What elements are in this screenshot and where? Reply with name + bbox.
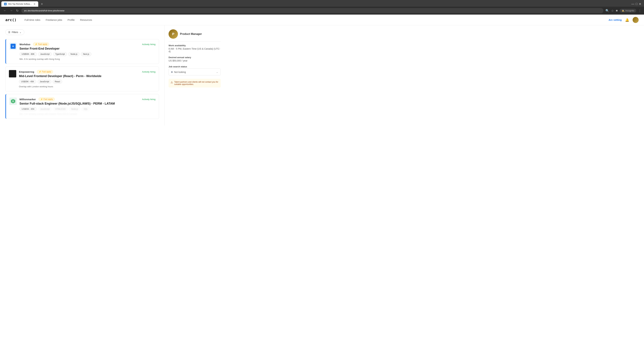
- empowerreg-fast-apply-badge: ⚡ Fast apply: [37, 70, 53, 73]
- forward-button[interactable]: →: [9, 8, 14, 13]
- millionmarker-card-header: Millionmarker ⚡ Fast apply Actively hiri…: [20, 97, 156, 101]
- millionmarker-company-name: Millionmarker: [20, 98, 36, 101]
- filters-chevron-icon: ⌄: [20, 31, 22, 33]
- new-tab-button[interactable]: +: [39, 1, 45, 7]
- fast-apply-icon: ⚡: [35, 43, 38, 45]
- address-bar: ← → ↻ 🔍 ☆ ■ 🕵 Incognito ⋮: [0, 7, 644, 14]
- nav-right: Arc vetting 🔔: [608, 17, 639, 23]
- salary-value: US $50,000 / year: [168, 59, 221, 62]
- dropdown-arrow-icon: ⌄: [216, 70, 218, 73]
- work-availability-value: 8 AM - 5 PM, Eastern Time (US & Canada) …: [168, 47, 221, 53]
- user-avatar[interactable]: [632, 17, 639, 23]
- empowerreg-tag-2: React: [53, 80, 62, 84]
- warning-icon: ⚠: [170, 81, 173, 84]
- logo[interactable]: arc(): [5, 18, 16, 22]
- jobs-panel: ☰ Filters ⌄ W Workduo ⚡ Fas: [0, 25, 164, 125]
- close-window-button[interactable]: ✕: [639, 2, 641, 6]
- workduo-company-row: Workduo ⚡ Fast apply: [20, 42, 49, 46]
- sidebar-work-availability: Work availability 8 AM - 5 PM, Eastern T…: [168, 44, 221, 53]
- fast-apply-icon-3: ⚡: [40, 98, 43, 100]
- sidebar-salary: Desired annual salary US $50,000 / year: [168, 56, 221, 62]
- bookmark-icon[interactable]: ☆: [611, 9, 614, 12]
- warning-box: ⚠ Talent partners and clients will not c…: [168, 79, 221, 87]
- job-card-workduo[interactable]: W Workduo ⚡ Fast apply Actively hiring: [5, 39, 159, 64]
- sidebar-role-title: Product Manager: [180, 32, 202, 35]
- notifications-icon[interactable]: 🔔: [625, 18, 629, 22]
- job-search-label: Job search status: [168, 65, 221, 68]
- menu-icon[interactable]: ⋮: [638, 9, 641, 12]
- tab-favicon: a: [4, 3, 7, 5]
- main-nav: arc() Full-time roles Freelance jobs Pro…: [0, 14, 644, 25]
- empowerreg-company-row: Empowerreg ⚡ Fast apply: [19, 70, 53, 73]
- job-status-dot: [171, 71, 173, 73]
- millionmarker-fast-apply-badge: ⚡ Fast apply: [38, 97, 55, 101]
- workduo-job-title: Senior Front-End Developer: [20, 47, 156, 50]
- job-status-label: Not looking: [174, 71, 216, 73]
- empowerreg-card-content: Empowerreg ⚡ Fast apply Actively hiring …: [19, 70, 156, 88]
- job-status-dropdown[interactable]: Not looking ⌄: [168, 68, 221, 75]
- workduo-tag-2: TypeScript: [53, 52, 67, 56]
- blur-overlay: [6, 106, 159, 119]
- main-layout: ☰ Filters ⌄ W Workduo ⚡ Fas: [0, 25, 644, 125]
- filters-button[interactable]: ☰ Filters ⌄: [5, 29, 24, 35]
- nav-freelance-jobs[interactable]: Freelance jobs: [46, 15, 62, 25]
- empowerreg-job-tags: US$35K - 45K JavaScript React: [19, 80, 156, 84]
- workduo-overlap: Min. 6 hr working overlap with Hong Kong: [20, 58, 156, 60]
- empowerreg-card-header: Empowerreg ⚡ Fast apply Actively hiring: [19, 70, 156, 73]
- empowerreg-job-title: Mid-Level Frontend Developer (React) - P…: [19, 74, 156, 78]
- sidebar-role: Product Manager: [180, 32, 202, 35]
- empowerreg-company-name: Empowerreg: [19, 70, 34, 73]
- empowerreg-hiring-status: Actively hiring: [142, 70, 156, 73]
- nav-resources[interactable]: Resources: [80, 15, 92, 25]
- incognito-label: Incognito: [626, 9, 634, 12]
- nav-links: Full-time roles Freelance jobs Profile R…: [24, 15, 608, 25]
- tab-bar: a Hire Top Remote Software Dev... ✕ + — …: [0, 0, 644, 7]
- warning-text: Talent partners and clients will not con…: [174, 81, 219, 85]
- empowerreg-overlap: Overlap with London working hours: [19, 85, 156, 88]
- minimize-button[interactable]: —: [631, 2, 634, 6]
- extensions-icon[interactable]: ■: [616, 9, 618, 12]
- fast-apply-icon-2: ⚡: [39, 70, 41, 73]
- workduo-fast-apply-badge: ⚡ Fast apply: [33, 42, 49, 46]
- back-button[interactable]: ←: [3, 8, 7, 13]
- empowerreg-tag-1: JavaScript: [38, 80, 51, 84]
- empowerreg-tag-0: US$35K - 45K: [19, 80, 36, 84]
- workduo-fast-apply-label: Fast apply: [38, 43, 47, 45]
- filters-label: Filters: [12, 31, 18, 33]
- url-input[interactable]: [21, 8, 604, 13]
- workduo-card-header: Workduo ⚡ Fast apply Actively hiring: [20, 42, 156, 46]
- sidebar-panel: P Product Manager Work availability 8 AM…: [164, 25, 225, 125]
- browser-chrome: a Hire Top Remote Software Dev... ✕ + — …: [0, 0, 644, 14]
- workduo-logo: W: [10, 42, 17, 50]
- app-container: arc() Full-time roles Freelance jobs Pro…: [0, 14, 644, 362]
- active-tab[interactable]: a Hire Top Remote Software Dev... ✕: [1, 1, 38, 7]
- sidebar-avatar: P: [168, 29, 178, 39]
- job-card-millionmarker[interactable]: M Millionmarker ⚡ Fast apply Actively hi…: [5, 94, 159, 119]
- incognito-badge: 🕵 Incognito: [620, 9, 636, 12]
- address-bar-icons: 🔍 ☆ ■ 🕵 Incognito ⋮: [606, 9, 641, 12]
- workduo-tag-1: JavaScript: [38, 52, 52, 56]
- workduo-card-content: Workduo ⚡ Fast apply Actively hiring Sen…: [20, 42, 156, 60]
- workduo-tag-3: Node.js: [68, 52, 80, 56]
- filters-bar: ☰ Filters ⌄: [5, 29, 159, 35]
- incognito-icon: 🕵: [622, 9, 624, 12]
- tab-close-button[interactable]: ✕: [34, 3, 36, 5]
- nav-profile[interactable]: Profile: [68, 15, 75, 25]
- millionmarker-job-title: Senior Full-stack Engineer (Node.js/JS/S…: [20, 102, 156, 105]
- filter-icon: ☰: [8, 31, 10, 33]
- work-availability-label: Work availability: [168, 44, 221, 47]
- window-controls: — □ ✕: [631, 2, 643, 6]
- nav-full-time-roles[interactable]: Full-time roles: [24, 15, 40, 25]
- reload-button[interactable]: ↻: [16, 8, 19, 13]
- empowerreg-fast-apply-label: Fast apply: [42, 70, 51, 73]
- millionmarker-hiring-status: Actively hiring: [142, 98, 156, 100]
- job-card-empowerreg[interactable]: Empowerreg ⚡ Fast apply Actively hiring …: [5, 66, 159, 91]
- workduo-hiring-status: Actively hiring: [142, 43, 156, 45]
- search-icon[interactable]: 🔍: [606, 9, 609, 12]
- arc-vetting-button[interactable]: Arc vetting: [608, 18, 622, 21]
- millionmarker-logo: M: [10, 97, 17, 105]
- sidebar-job-search: Job search status Not looking ⌄: [168, 65, 221, 75]
- maximize-button[interactable]: □: [636, 2, 638, 6]
- workduo-tag-4: Next.js: [81, 52, 92, 56]
- salary-label: Desired annual salary: [168, 56, 221, 59]
